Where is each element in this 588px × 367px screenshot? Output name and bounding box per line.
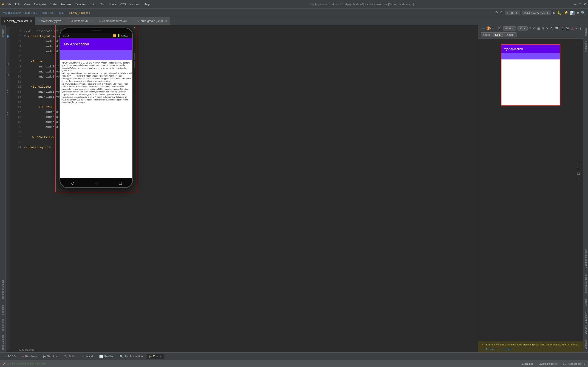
emulator-close-icon[interactable]: ✕ — [133, 26, 136, 29]
volume-down-button[interactable] — [134, 61, 135, 68]
sync-icon2[interactable]: ⟳ — [533, 27, 536, 30]
phone2-icon[interactable]: 📱 — [561, 27, 564, 30]
tab-nettools-close[interactable]: ✕ — [91, 20, 93, 22]
tab-profiler[interactable]: 📊 Profiler — [96, 354, 116, 359]
coverage-button[interactable]: ⚡ — [564, 10, 568, 15]
tab-terminal[interactable]: ▶ Terminal — [41, 354, 60, 359]
tab-logcat[interactable]: ≡ Logcat — [79, 354, 96, 359]
tab-mainactivity-close[interactable]: ✕ — [64, 20, 65, 22]
tab-buildgradle[interactable]: ⚙ build.gradle (:app) ✕ — [134, 17, 170, 25]
sidebar-resource-manager[interactable]: Resource Manager — [0, 278, 5, 303]
tab-todo[interactable]: ≡ TODO — [2, 354, 18, 359]
phone-recents-icon[interactable]: □ — [119, 181, 122, 186]
refresh-icon[interactable]: ⟳ — [529, 27, 532, 30]
sync2-icon[interactable]: ⟳ — [546, 27, 548, 30]
tab-problems[interactable]: ● Problems — [19, 354, 40, 359]
menu-view[interactable]: View — [24, 2, 30, 6]
sidebar-project[interactable]: Project — [0, 27, 5, 39]
breadcrumb-res[interactable]: res — [50, 11, 54, 15]
tab-build[interactable]: 🔨 Build — [61, 354, 78, 359]
info-icon[interactable]: ℹ — [580, 26, 581, 31]
tab-activity-main[interactable]: ◈ activity_main.xml ✕ — [1, 17, 35, 25]
stop-button[interactable]: ■ — [577, 10, 579, 15]
sync-icon[interactable]: ⟳ — [495, 10, 498, 15]
menu-window[interactable]: Window — [130, 2, 140, 6]
menu-refactor[interactable]: Refactor — [75, 2, 86, 6]
pixel-dropdown[interactable]: Pixel ▼ — [503, 26, 516, 31]
volume-up-button[interactable] — [134, 53, 135, 60]
run-config-dropdown[interactable]: ▶ app ▼ — [505, 10, 520, 15]
maximize-icon[interactable]: □ — [579, 2, 581, 6]
tab-activity-main-close[interactable]: ✕ — [30, 20, 32, 22]
menu-code[interactable]: Code — [49, 2, 57, 6]
device-dropdown[interactable]: Pixel 4 XL API 30 ▼ — [522, 10, 551, 15]
sidebar-structure[interactable]: Structure — [0, 303, 5, 317]
breadcrumb-src[interactable]: src — [33, 11, 37, 15]
code-view-btn[interactable]: Code — [481, 33, 492, 37]
pixel-icon[interactable]: 📱 — [497, 26, 502, 31]
run-button[interactable]: ▶ — [553, 10, 555, 15]
eye-icon[interactable]: 👁 — [492, 26, 496, 31]
layout-validation-tab[interactable]: Layout Validation — [583, 271, 588, 296]
zoom-in-icon[interactable]: ⊕ — [577, 160, 580, 164]
sidebar-bookmarks[interactable]: Bookmarks — [0, 317, 5, 333]
design-view-btn[interactable]: Design — [503, 33, 517, 37]
zoom-reset-icon[interactable]: 1:1 — [577, 172, 580, 175]
device-file-tab[interactable]: Device File Explorer — [583, 309, 588, 337]
run-tab-close[interactable]: ✕ — [160, 355, 162, 358]
search-everywhere-icon[interactable]: 🔍 — [581, 10, 585, 15]
tab-buildgradle-close[interactable]: ✕ — [165, 20, 167, 22]
split-view-btn[interactable]: Split — [493, 33, 503, 37]
tab-nettools[interactable]: ◈ nettools.xml ✕ — [69, 17, 96, 25]
tab-androidmanifest[interactable]: ◈ AndroidManifest.xml ✕ — [96, 17, 134, 25]
tab-mainactivity[interactable]: C MainActivity.java ✕ — [35, 17, 68, 25]
menu-bar: A File Edit View Navigate Code Analyze R… — [0, 0, 588, 9]
details-link[interactable]: Details — [504, 348, 511, 350]
zoom-icon[interactable]: 🔍 — [555, 27, 559, 30]
more-icon[interactable]: >> — [575, 27, 579, 30]
build-icon[interactable]: 🔨 — [550, 27, 554, 30]
menu-tools[interactable]: Tools — [109, 2, 116, 6]
menu-edit[interactable]: Edit — [15, 2, 20, 6]
tab-app-inspection[interactable]: 🔍 App Inspection — [117, 354, 145, 359]
menu-vcs[interactable]: VCS — [120, 2, 126, 6]
menu-file[interactable]: File — [7, 2, 11, 6]
palette-icon[interactable]: 🎨 — [486, 26, 491, 31]
api-dropdown[interactable]: 31 ▼ — [518, 26, 527, 31]
minimize-icon[interactable]: ─ — [574, 2, 576, 6]
error-icon[interactable]: ⚠ — [571, 27, 574, 30]
component-tree-tab[interactable]: Component Tree — [583, 247, 588, 271]
debug-button[interactable]: 🐛 — [557, 10, 562, 15]
menu-build[interactable]: Build — [90, 2, 96, 6]
fit-screen-icon[interactable]: ⊡ — [577, 177, 580, 181]
layout-inspector-link[interactable]: Layout Inspector — [539, 362, 557, 365]
close-icon[interactable]: ✕ — [584, 2, 586, 6]
actions-link[interactable]: Actions — [486, 348, 494, 350]
sync-project-icon[interactable]: ⟳ — [500, 10, 503, 15]
sidebar-build-variants[interactable]: Build Variants — [0, 333, 5, 352]
gradle-tab[interactable]: Gradle — [583, 296, 588, 309]
breadcrumb-app[interactable]: app — [25, 11, 30, 15]
event-log-link[interactable]: Event Log — [522, 362, 534, 365]
breadcrumb-layout[interactable]: layout — [58, 11, 65, 15]
palette-tab[interactable]: Palette — [583, 25, 588, 39]
breadcrumb-project[interactable]: MyApplication4 — [3, 11, 21, 15]
tab-androidmanifest-close[interactable]: ✕ — [130, 20, 131, 22]
menu-analyze[interactable]: Analyze — [60, 2, 71, 6]
tab-run[interactable]: ▶ Run ✕ — [147, 354, 164, 359]
check-icon[interactable]: ✓ — [482, 26, 485, 31]
attributes-tab[interactable]: Attributes — [583, 39, 588, 55]
capture-icon[interactable]: 📷 — [566, 27, 570, 30]
breadcrumb-file[interactable]: activity_main.xml — [69, 11, 90, 15]
menu-help[interactable]: Help — [144, 2, 150, 6]
settings-icon[interactable]: ⚙ — [541, 27, 544, 30]
zoom-out-icon[interactable]: ⊖ — [577, 166, 580, 170]
menu-navigate[interactable]: Navigate — [34, 2, 46, 6]
phone-home-icon[interactable]: ○ — [95, 181, 98, 186]
breadcrumb-main[interactable]: main — [41, 11, 47, 15]
table-icon[interactable]: ⊞ — [537, 27, 540, 30]
profile-button[interactable]: 📊 — [570, 10, 575, 15]
menu-run[interactable]: Run — [100, 2, 105, 6]
phone-back-icon[interactable]: ◁ — [71, 181, 74, 186]
emulator-tab[interactable]: Emulator — [583, 337, 588, 352]
